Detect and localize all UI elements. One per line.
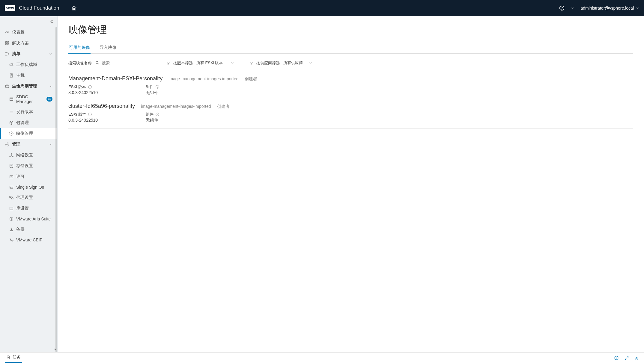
search-input[interactable] (95, 59, 152, 67)
sidebar-item-ceip[interactable]: VMware CEIP (0, 235, 57, 245)
sidebar-item-image[interactable]: 映像管理 (0, 128, 57, 139)
svg-rect-23 (10, 208, 13, 209)
sidebar-section-admin[interactable]: 管理 (0, 139, 57, 150)
storage-icon (9, 164, 14, 168)
nav-label: Single Sign On (16, 185, 44, 190)
sidebar-item-aria[interactable]: VMware Aria Suite (0, 214, 57, 224)
esxi-version: 8.0.3-24022510 (68, 90, 98, 95)
svg-point-27 (96, 61, 98, 63)
sidebar-item-sddc[interactable]: SDDC Manager 新 (0, 92, 57, 107)
version-label: 按版本筛选 (173, 60, 193, 66)
creator-label: 创建者 (217, 104, 230, 109)
layout: 仪表板 解决方案 清单 工作负载域 主机 (0, 16, 644, 352)
nav-label: 包管理 (16, 120, 29, 125)
info-icon[interactable] (88, 112, 92, 117)
creator-label: 创建者 (245, 76, 257, 82)
home-icon[interactable] (71, 5, 77, 11)
info-icon[interactable] (155, 112, 160, 117)
vendor-value: 所有供应商 (283, 60, 303, 66)
chevron-down-icon (49, 84, 52, 88)
clipboard-icon (6, 355, 10, 360)
tab-import[interactable]: 导入映像 (99, 43, 117, 53)
svg-rect-21 (12, 198, 13, 199)
svg-rect-17 (10, 176, 13, 178)
svg-rect-10 (6, 85, 9, 87)
svg-point-7 (6, 55, 7, 56)
svg-point-26 (10, 217, 13, 221)
svg-point-13 (11, 153, 12, 154)
sidebar-item-proxy[interactable]: 代理设置 (0, 192, 57, 203)
sidebar-item-solutions[interactable]: 解决方案 (0, 38, 57, 49)
gauge-icon (5, 30, 10, 35)
sidebar-item-license[interactable]: 许可 (0, 171, 57, 182)
scroll-down-icon[interactable]: ▼ (54, 348, 57, 351)
tabs: 可用的映像 导入映像 (68, 43, 633, 54)
sidebar-item-sso[interactable]: Single Sign On (0, 182, 57, 192)
sidebar-item-hosts[interactable]: 主机 (0, 70, 57, 81)
svg-rect-5 (7, 43, 9, 45)
svg-rect-20 (10, 196, 11, 197)
info-icon[interactable] (88, 85, 92, 89)
nav-label: 工作负载域 (16, 62, 37, 67)
chevron-down-icon (231, 61, 234, 65)
phone-icon (9, 238, 14, 242)
sidebar-item-depot[interactable]: 库设置 (0, 203, 57, 214)
sidebar-nav: 仪表板 解决方案 清单 工作负载域 主机 (0, 27, 57, 352)
version-select[interactable]: 所有 ESXi 版本 (196, 59, 235, 67)
svg-rect-3 (7, 42, 9, 43)
nav-label: 清单 (12, 51, 20, 57)
filter-version: 按版本筛选 所有 ESXi 版本 (166, 59, 235, 67)
sidebar-item-workload[interactable]: 工作负载域 (0, 59, 57, 70)
svg-point-14 (10, 156, 10, 157)
nav-label: SDDC Manager (16, 94, 43, 104)
package-icon (9, 120, 14, 125)
nav-label: 映像管理 (16, 131, 33, 136)
info-icon[interactable] (155, 85, 160, 89)
footer-help-icon[interactable] (614, 356, 619, 360)
image-status: image-management-images-imported (141, 104, 211, 109)
tasks-tab[interactable]: 任务 (5, 353, 22, 363)
sidebar-item-dashboard[interactable]: 仪表板 (0, 27, 57, 38)
sidebar-item-package[interactable]: 包管理 (0, 117, 57, 128)
chevron-down-icon (49, 52, 52, 56)
image-status: image-management-images-imported (168, 76, 238, 81)
sidebar-item-network[interactable]: 网络设置 (0, 150, 57, 161)
expand-icon[interactable] (624, 356, 629, 360)
nav-label: 存储设置 (16, 163, 33, 169)
collapse-up-icon[interactable] (634, 356, 639, 360)
version-value: 所有 ESXi 版本 (196, 60, 223, 66)
image-card: Management-Domain-ESXi-Personality image… (68, 74, 633, 101)
nav-label: 库设置 (16, 206, 29, 211)
sidebar-item-storage[interactable]: 存储设置 (0, 161, 57, 171)
components-value: 无组件 (146, 90, 160, 96)
svg-point-19 (10, 187, 11, 188)
sidebar-item-backup[interactable]: 备份 (0, 224, 57, 235)
header-dropdown-icon[interactable] (571, 6, 574, 10)
components-value: 无组件 (146, 118, 160, 123)
svg-rect-2 (6, 42, 7, 43)
depot-icon (9, 206, 14, 211)
sidebar-item-release[interactable]: 发行版本 (0, 107, 57, 117)
tab-available[interactable]: 可用的映像 (68, 43, 91, 53)
filter-icon (249, 61, 253, 65)
inventory-icon (5, 52, 10, 56)
help-icon[interactable] (559, 5, 565, 11)
chevron-down-icon (309, 61, 312, 65)
vendor-select[interactable]: 所有供应商 (283, 59, 313, 67)
nav-label: 解决方案 (12, 40, 29, 46)
nav-label: 生命周期管理 (12, 84, 37, 89)
backup-icon (9, 227, 14, 232)
sidebar-collapse-icon[interactable] (0, 16, 57, 27)
user-menu[interactable]: administrator@vsphere.local (580, 6, 639, 10)
sidebar-scrollbar[interactable] (55, 27, 57, 352)
sidebar-section-inventory[interactable]: 清单 (0, 49, 57, 59)
chevron-down-icon (636, 6, 639, 10)
image-card: cluster-fdf65a96-personality image-manag… (68, 101, 633, 129)
sidebar-section-lifecycle[interactable]: 生命周期管理 (0, 81, 57, 92)
filters: 搜索映像名称 按版本筛选 所有 ESXi 版本 按供应商筛选 所有供应商 (68, 59, 633, 67)
nav-label: 代理设置 (16, 195, 33, 200)
svg-rect-22 (10, 207, 13, 208)
components-label: 组件 (146, 84, 160, 90)
chevron-down-icon (49, 143, 52, 146)
new-badge: 新 (46, 97, 52, 102)
